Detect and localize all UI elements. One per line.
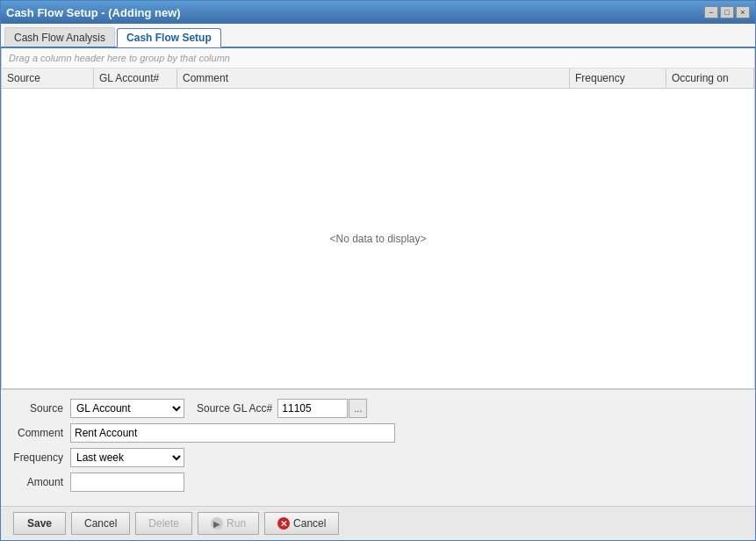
- close-button[interactable]: ×: [736, 6, 750, 18]
- delete-button[interactable]: Delete: [135, 512, 192, 535]
- restore-button[interactable]: □: [720, 6, 734, 18]
- no-data-message: <No data to display>: [329, 233, 426, 245]
- frequency-select[interactable]: Last week Daily Weekly Monthly Quarterly…: [70, 448, 184, 467]
- main-window: Cash Flow Setup - (Adding new) − □ × Cas…: [0, 0, 756, 541]
- main-content: Drag a column header here to group by th…: [1, 48, 755, 388]
- drag-group-hint: Drag a column header here to group by th…: [2, 48, 754, 69]
- tab-cash-flow-analysis[interactable]: Cash Flow Analysis: [4, 27, 115, 47]
- amount-input[interactable]: [70, 472, 184, 492]
- gl-acc-browse-button[interactable]: ...: [349, 399, 367, 418]
- title-bar: Cash Flow Setup - (Adding new) − □ ×: [1, 1, 755, 24]
- form-row-comment: Comment: [13, 423, 743, 443]
- grid-header: Source GL Account# Comment Frequency Occ…: [2, 69, 754, 89]
- frequency-label: Frequency: [13, 451, 70, 464]
- grid-body: <No data to display>: [2, 89, 754, 388]
- buttons-row: Save Cancel Delete ▶ Run ✕ Cancel: [1, 506, 755, 540]
- source-label: Source: [13, 402, 70, 415]
- run-button[interactable]: ▶ Run: [198, 512, 259, 535]
- source-gl-label: Source GL Acc#: [197, 402, 277, 415]
- col-header-occuring[interactable]: Occuring on: [666, 69, 754, 88]
- save-button[interactable]: Save: [13, 512, 66, 535]
- comment-label: Comment: [13, 427, 70, 439]
- source-select[interactable]: GL Account Bank Account Customer Vendor: [70, 399, 184, 418]
- form-row-frequency: Frequency Last week Daily Weekly Monthly…: [13, 448, 743, 467]
- window-controls: − □ ×: [704, 6, 750, 18]
- col-header-frequency[interactable]: Frequency: [570, 69, 666, 88]
- col-header-comment[interactable]: Comment: [177, 69, 570, 88]
- cancel-red-icon: ✕: [277, 517, 290, 530]
- minimize-button[interactable]: −: [704, 6, 718, 18]
- form-row-amount: Amount: [13, 472, 743, 492]
- tabs-bar: Cash Flow Analysis Cash Flow Setup: [1, 24, 755, 48]
- form-section: Source GL Account Bank Account Customer …: [1, 388, 755, 506]
- window-title: Cash Flow Setup - (Adding new): [6, 6, 181, 19]
- tab-cash-flow-setup[interactable]: Cash Flow Setup: [117, 28, 221, 47]
- col-header-source[interactable]: Source: [2, 69, 94, 88]
- form-row-source: Source GL Account Bank Account Customer …: [13, 399, 743, 418]
- run-icon: ▶: [211, 517, 223, 530]
- source-gl-acc-input[interactable]: [277, 399, 348, 418]
- cancel-button[interactable]: Cancel: [71, 512, 130, 535]
- comment-input[interactable]: [70, 423, 395, 443]
- cancel-red-button[interactable]: ✕ Cancel: [264, 512, 339, 535]
- amount-label: Amount: [13, 476, 70, 488]
- col-header-glaccount[interactable]: GL Account#: [94, 69, 177, 88]
